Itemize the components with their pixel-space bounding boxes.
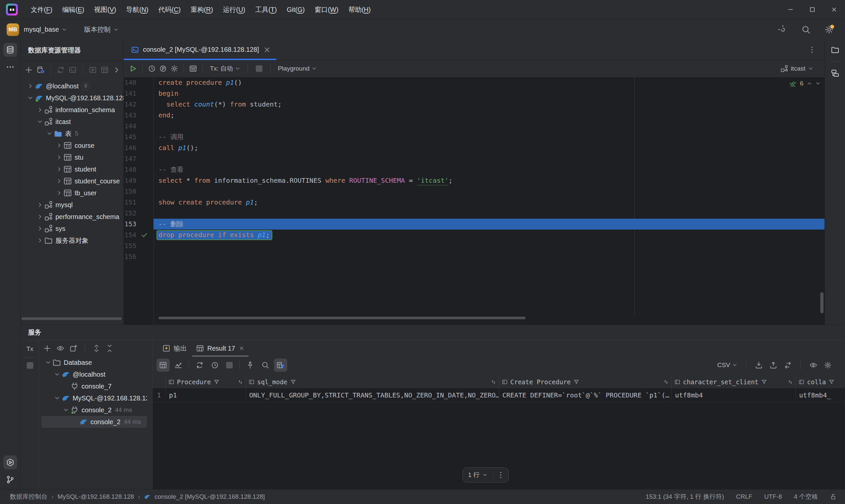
- chevron-down-icon[interactable]: [53, 371, 61, 378]
- chevron-right-icon[interactable]: [62, 383, 70, 390]
- tab-close-icon[interactable]: [263, 46, 271, 54]
- grid-cell[interactable]: utf8mb4_: [796, 389, 845, 402]
- grid-settings-icon[interactable]: [824, 361, 832, 369]
- breadcrumb-item[interactable]: 数据库控制台: [10, 492, 48, 501]
- chevron-down-icon[interactable]: [45, 130, 54, 137]
- sort-icon[interactable]: [664, 379, 669, 384]
- more-options-icon[interactable]: [495, 471, 506, 479]
- expand-all-icon[interactable]: [92, 344, 100, 352]
- code-line[interactable]: -- 删除: [154, 219, 825, 230]
- in-editor-results-icon[interactable]: [189, 65, 197, 73]
- tx-mode-selector[interactable]: Tx: 自动: [208, 64, 242, 73]
- chevron-right-icon[interactable]: [55, 142, 64, 149]
- code-line[interactable]: [154, 240, 825, 251]
- sort-icon[interactable]: [788, 379, 793, 384]
- code-line[interactable]: [154, 186, 825, 197]
- row-count-pill[interactable]: 1 行: [462, 467, 509, 483]
- more-tool-windows-button[interactable]: [3, 60, 17, 74]
- view-settings-icon[interactable]: [809, 361, 817, 369]
- chevron-right-icon[interactable]: [55, 154, 64, 161]
- services-item[interactable]: @localhost: [41, 368, 147, 380]
- data-source-properties-icon[interactable]: [37, 66, 45, 74]
- explorer-item[interactable]: mysql: [21, 199, 123, 211]
- file-encoding[interactable]: UTF-8: [764, 493, 782, 500]
- caret-position[interactable]: 153:1 (34 字符, 1 行 换行符): [646, 492, 724, 501]
- grid-cell[interactable]: CREATE DEFINER=`root`@`%` PROCEDURE `p1`…: [499, 389, 672, 402]
- explorer-item[interactable]: performance_schema: [21, 211, 123, 223]
- git-stripe-button[interactable]: [3, 473, 17, 487]
- chevron-right-icon[interactable]: [71, 418, 79, 426]
- sort-icon[interactable]: [491, 379, 496, 384]
- chevron-right-icon[interactable]: [36, 225, 44, 232]
- reload-button[interactable]: [193, 359, 206, 372]
- refresh-icon[interactable]: [57, 66, 65, 74]
- tx-toggle[interactable]: Tx: [24, 345, 36, 353]
- code-line[interactable]: select * from information_schema.ROUTINE…: [154, 175, 825, 186]
- playground-selector[interactable]: Playground: [276, 65, 319, 72]
- explorer-item[interactable]: 服务器对象: [21, 235, 123, 246]
- query-history-button[interactable]: [208, 359, 222, 372]
- history-icon[interactable]: [148, 65, 156, 73]
- explorer-item[interactable]: sys: [21, 223, 123, 235]
- run-sql-script-icon[interactable]: [89, 66, 97, 74]
- add-data-source-icon[interactable]: [25, 66, 33, 74]
- output-tab[interactable]: 输出: [158, 340, 191, 357]
- search-everywhere-icon[interactable]: [802, 25, 811, 34]
- code-line[interactable]: -- 查看: [154, 164, 825, 175]
- run-icon[interactable]: [129, 65, 137, 73]
- services-item[interactable]: Database: [41, 357, 147, 368]
- code-line[interactable]: show create procedure p1;: [154, 197, 825, 208]
- menu-item[interactable]: 导航(N): [121, 0, 154, 19]
- column-header[interactable]: sql_mode: [246, 376, 499, 388]
- close-button[interactable]: [823, 0, 845, 19]
- add-service-icon[interactable]: [43, 344, 51, 352]
- collapse-all-icon[interactable]: [106, 344, 113, 352]
- menu-item[interactable]: Git(G): [282, 0, 310, 19]
- chevron-right-icon[interactable]: [112, 66, 121, 74]
- export-data-icon[interactable]: [755, 361, 763, 369]
- result-tab[interactable]: Result 17: [191, 340, 249, 357]
- code-line[interactable]: [154, 121, 825, 132]
- menu-item[interactable]: 工具(T): [250, 0, 282, 19]
- chevron-right-icon[interactable]: [55, 178, 64, 185]
- find-button[interactable]: [259, 359, 272, 372]
- schema-selector[interactable]: itcast: [780, 65, 813, 73]
- code-line[interactable]: [154, 251, 825, 262]
- view-options-icon[interactable]: [56, 344, 64, 352]
- tab-options-icon[interactable]: [808, 46, 816, 54]
- code-line[interactable]: select count(*) from student;: [154, 99, 825, 110]
- chevron-down-icon[interactable]: [44, 359, 52, 366]
- code-line[interactable]: drop procedure if exists p1;: [154, 230, 825, 240]
- chevron-right-icon[interactable]: [55, 166, 64, 173]
- unlocked-icon[interactable]: [830, 493, 837, 500]
- menu-item[interactable]: 帮助(H): [343, 0, 376, 19]
- grid-view-button[interactable]: [156, 359, 170, 372]
- filter-funnel-icon[interactable]: [828, 379, 834, 385]
- row-count-selector[interactable]: 1 行: [465, 471, 491, 479]
- database-explorer-stripe-button[interactable]: [3, 43, 17, 57]
- jump-to-console-icon[interactable]: [69, 66, 76, 74]
- chevron-right-icon[interactable]: [55, 189, 64, 197]
- explorer-item[interactable]: tb_user: [21, 187, 123, 199]
- explorer-item[interactable]: student: [21, 163, 123, 175]
- chevron-right-icon[interactable]: [36, 106, 44, 113]
- chevron-down-icon[interactable]: [26, 94, 35, 102]
- code-line[interactable]: -- 调用: [154, 132, 825, 143]
- code-line[interactable]: begin: [154, 88, 825, 99]
- console-settings-icon[interactable]: [170, 65, 178, 73]
- explorer-horizontal-scrollbar[interactable]: [21, 317, 122, 320]
- explorer-item[interactable]: information_schema: [21, 104, 123, 116]
- chart-view-button[interactable]: [172, 359, 185, 372]
- chevron-up-icon[interactable]: [807, 81, 812, 86]
- services-item[interactable]: MySQL-@192.168.128.128: [41, 392, 147, 404]
- grid-cell[interactable]: utf8mb4: [672, 389, 796, 402]
- explorer-item[interactable]: student_course: [21, 175, 123, 187]
- structure-stripe-button[interactable]: [828, 66, 842, 80]
- menu-item[interactable]: 编辑(E): [57, 0, 89, 19]
- editor-horizontal-scrollbar[interactable]: [158, 317, 526, 319]
- code-area[interactable]: create procedure p1()begin select count(…: [154, 77, 825, 325]
- maximize-button[interactable]: [802, 0, 823, 19]
- editor-tab-console2[interactable]: console_2 [MySQL-@192.168.128.128]: [124, 40, 276, 60]
- chevron-down-icon[interactable]: [62, 407, 70, 414]
- chevron-right-icon[interactable]: [26, 83, 35, 90]
